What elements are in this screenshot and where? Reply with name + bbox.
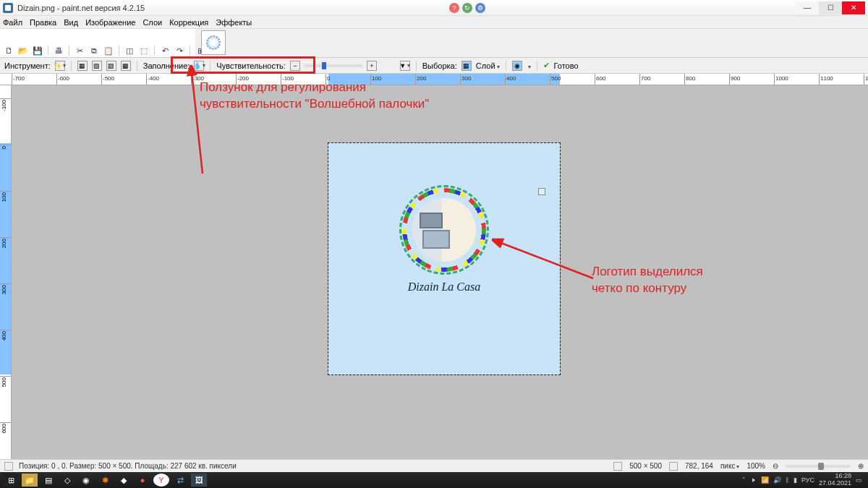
flood-dropdown[interactable] xyxy=(527,61,531,70)
menu-layers[interactable]: Слои xyxy=(142,18,162,27)
tray-up-icon[interactable]: ˄ xyxy=(742,476,746,484)
minimize-button[interactable]: — xyxy=(796,1,819,14)
sel-xor-icon[interactable]: ▩ xyxy=(121,61,131,71)
settings-icon[interactable]: ⚙ xyxy=(475,3,485,13)
tray-clock[interactable]: 16:28 27.04.2021 xyxy=(819,473,851,487)
status-position: Позиция: 0 , 0. Размер: 500 × 500. Площа… xyxy=(19,462,237,470)
vertical-ruler: -1000100200300400500600 xyxy=(0,85,12,459)
menu-file[interactable]: Файл xyxy=(3,18,22,27)
task-app-icon[interactable]: ▤ xyxy=(41,474,56,487)
document-thumbnail[interactable] xyxy=(201,30,226,55)
sensitivity-slider[interactable] xyxy=(305,64,362,67)
updates-icon[interactable]: ↻ xyxy=(462,3,472,13)
open-icon[interactable]: 📂 xyxy=(17,45,29,56)
sel-int-icon[interactable]: ▨ xyxy=(106,61,116,71)
ruler-selection-h xyxy=(328,74,560,85)
window-title: Dizain.png - paint.net версия 4.2.15 xyxy=(17,4,145,12)
zoom-in-icon[interactable]: ⊕ xyxy=(858,462,864,470)
sel-sub-icon[interactable]: ▧ xyxy=(92,61,102,71)
maximize-button[interactable]: ☐ xyxy=(819,1,842,14)
selection-label: Выборка: xyxy=(422,61,457,70)
start-button[interactable]: ⊞ xyxy=(3,474,19,487)
selection-handle-icon[interactable] xyxy=(538,188,545,195)
tray-notif-icon[interactable]: ▭ xyxy=(856,476,862,484)
tray-date: 27.04.2021 xyxy=(819,480,851,487)
menu-view[interactable]: Вид xyxy=(64,18,78,27)
status-zoom[interactable]: 100% xyxy=(746,462,765,470)
sens-minus-icon[interactable]: − xyxy=(290,61,300,71)
tool-label: Инструмент: xyxy=(4,61,51,70)
help-icon[interactable]: ? xyxy=(449,3,459,13)
tool-options-bar: Инструмент: ✨ ▦ ▧ ▨ ▩ Заполнение: 💧 Чувс… xyxy=(0,58,868,74)
sel-add-icon[interactable]: ▦ xyxy=(77,61,88,71)
redo-icon[interactable]: ↷ xyxy=(174,45,185,56)
horizontal-ruler: -700-600-500-400-300-200-100010020030040… xyxy=(0,74,868,85)
title-bar: Dizain.png - paint.net версия 4.2.15 ? ↻… xyxy=(0,0,868,16)
zoom-out-icon[interactable]: ⊖ xyxy=(773,462,778,470)
magic-wand-tool-icon[interactable]: ✨ xyxy=(55,61,65,71)
status-cursor-icon xyxy=(669,462,678,471)
copy-icon[interactable]: ⧉ xyxy=(88,45,100,56)
task-app3-icon[interactable]: ◆ xyxy=(116,474,132,487)
paste-icon[interactable]: 📋 xyxy=(103,45,114,56)
menu-edit[interactable]: Правка xyxy=(30,18,56,27)
menu-image[interactable]: Изображение xyxy=(85,18,135,27)
print-icon[interactable]: 🖶 xyxy=(53,45,64,56)
tray-lang[interactable]: РУС xyxy=(801,476,814,484)
crop-icon[interactable]: ◫ xyxy=(124,45,135,56)
main-toolbar: 🗋 📂 💾 🖶 ✂ ⧉ 📋 ◫ ⬚ ↶ ↷ ⊞ 📏 xyxy=(3,43,221,58)
task-app4-icon[interactable]: ● xyxy=(135,474,150,487)
system-tray: ˄ 🕨 📶 🔊 ᛒ ▮ РУС 16:28 27.04.2021 ▭ xyxy=(742,473,865,487)
document-canvas[interactable]: Dizain La Casa xyxy=(328,143,560,374)
undo-icon[interactable]: ↶ xyxy=(159,45,171,56)
sens-plus-icon[interactable]: + xyxy=(367,61,377,71)
save-icon[interactable]: 💾 xyxy=(32,45,43,56)
thumbnail-image xyxy=(206,35,221,50)
task-avast-icon[interactable]: ✱ xyxy=(97,474,113,487)
task-app5-icon[interactable]: ⇄ xyxy=(172,474,188,487)
tray-wifi-icon[interactable]: 📶 xyxy=(761,476,769,484)
tray-vol-icon[interactable]: 🔊 xyxy=(773,476,781,484)
menu-bar: Файл Правка Вид Изображение Слои Коррекц… xyxy=(0,16,868,29)
new-icon[interactable]: 🗋 xyxy=(3,45,14,56)
scope-layer[interactable]: Слой xyxy=(476,61,500,70)
cut-icon[interactable]: ✂ xyxy=(74,45,85,56)
sensitivity-label: Чувствительность: xyxy=(216,61,285,70)
fill-label: Заполнение: xyxy=(143,61,190,70)
blend-dropdown[interactable]: ▼ xyxy=(400,61,410,71)
task-yandex-icon[interactable]: Y xyxy=(153,474,169,487)
tray-bt-icon[interactable]: ᛒ xyxy=(786,476,789,484)
status-unit[interactable]: пикс xyxy=(720,462,740,470)
zoom-slider[interactable] xyxy=(786,465,851,468)
canvas-area[interactable]: Dizain La Casa xyxy=(12,85,868,459)
logo-text: Dizain La Casa xyxy=(401,281,488,294)
document-tabs: 🗋 📂 💾 🖶 ✂ ⧉ 📋 ◫ ⬚ ↶ ↷ ⊞ 📏 xyxy=(0,29,868,58)
task-app2-icon[interactable]: ◇ xyxy=(59,474,75,487)
task-chrome-icon[interactable]: ◉ xyxy=(78,474,94,487)
logo-photo xyxy=(412,198,476,262)
close-button[interactable]: ✕ xyxy=(842,1,865,14)
task-explorer-icon[interactable]: 📁 xyxy=(22,474,38,487)
tray-net-icon[interactable]: 🕨 xyxy=(750,476,757,484)
logo-ring xyxy=(401,187,488,273)
deselect-icon[interactable]: ⬚ xyxy=(138,45,150,56)
status-sel-icon xyxy=(4,462,13,471)
menu-adjustments[interactable]: Коррекция xyxy=(169,18,208,27)
status-bar: Позиция: 0 , 0. Размер: 500 × 500. Площа… xyxy=(0,459,868,472)
app-icon xyxy=(3,3,13,13)
task-paintnet-icon[interactable]: 🖼 xyxy=(191,474,207,487)
flood-icon[interactable]: ◉ xyxy=(512,61,522,71)
fill-dropdown[interactable]: 💧 xyxy=(194,61,204,71)
ready-label: Готово xyxy=(554,61,579,70)
menu-effects[interactable]: Эффекты xyxy=(216,18,252,27)
status-dims-icon xyxy=(613,462,622,471)
tray-bat-icon[interactable]: ▮ xyxy=(793,476,797,484)
status-cursor: 782, 164 xyxy=(685,462,713,470)
scope-icon[interactable]: ▦ xyxy=(461,61,472,71)
logo: Dizain La Casa xyxy=(401,187,488,294)
windows-taskbar: ⊞ 📁 ▤ ◇ ◉ ✱ ◆ ● Y ⇄ 🖼 ˄ 🕨 📶 🔊 ᛒ ▮ РУС 16… xyxy=(0,472,868,488)
status-dims: 500 × 500 xyxy=(629,462,662,470)
